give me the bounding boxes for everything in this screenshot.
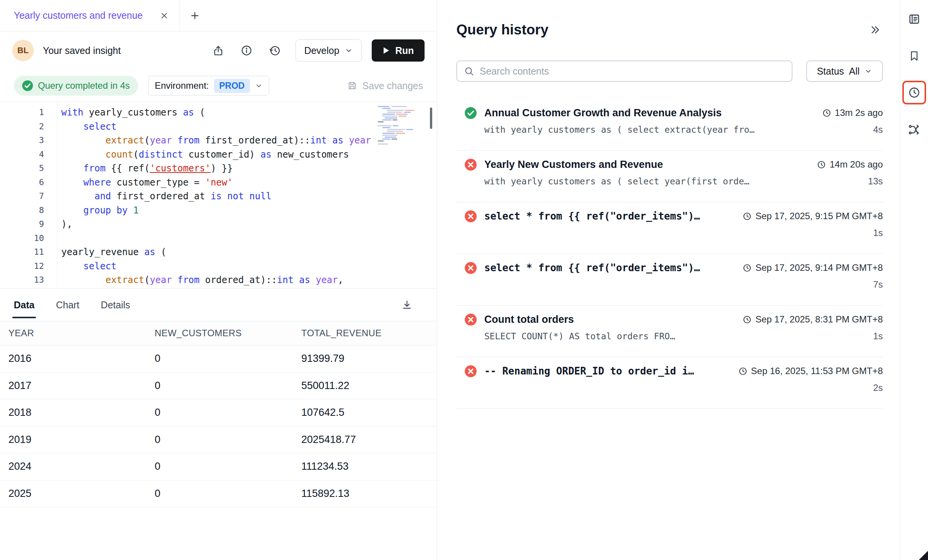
table-row[interactable]: 2016091399.79 xyxy=(0,345,437,373)
document-header: BL Your saved insight Develop Run xyxy=(0,31,437,70)
query-title: Annual Customer Growth and Revenue Analy… xyxy=(484,107,815,119)
avatar: BL xyxy=(12,40,34,61)
version-history-icon[interactable] xyxy=(266,41,284,60)
line-number: 12 xyxy=(0,259,57,273)
query-history-item[interactable]: select * from {{ ref("order_items")…Sep … xyxy=(456,202,883,254)
environment-selector[interactable]: Environment: PROD xyxy=(148,76,269,96)
table-cell: 2017 xyxy=(8,380,155,392)
success-icon xyxy=(22,80,33,91)
table-row[interactable]: 20250115892.13 xyxy=(0,480,437,508)
search-box[interactable] xyxy=(456,60,792,82)
query-queue-icon[interactable] xyxy=(907,11,922,27)
query-duration: 7s xyxy=(873,279,883,290)
query-time: Sep 17, 2025, 9:14 PM GMT+8 xyxy=(743,262,883,273)
table-cell: 111234.53 xyxy=(301,461,437,472)
success-status-icon xyxy=(465,107,477,119)
tab-title: Yearly customers and revenue xyxy=(14,10,160,21)
new-tab-button[interactable] xyxy=(180,0,210,31)
query-duration: 1s xyxy=(873,331,883,342)
error-icon xyxy=(465,159,477,171)
result-tab-data[interactable]: Data xyxy=(14,289,34,321)
query-duration: 4s xyxy=(873,124,883,135)
table-row[interactable]: 20170550011.22 xyxy=(0,373,437,400)
line-number: 11 xyxy=(0,245,57,259)
error-status-icon xyxy=(465,262,477,274)
play-icon xyxy=(382,46,390,55)
table-cell: 2025 xyxy=(8,488,155,500)
column-header: NEW_CUSTOMERS xyxy=(155,328,301,339)
error-icon xyxy=(465,365,477,377)
table-cell: 2019 xyxy=(8,434,155,446)
table-row[interactable]: 20180107642.5 xyxy=(0,399,437,427)
error-status-icon xyxy=(465,314,477,326)
table-cell: 0 xyxy=(155,380,301,392)
editor-minimap[interactable] xyxy=(378,105,418,156)
error-icon xyxy=(465,314,477,326)
bookmark-icon[interactable] xyxy=(907,48,922,63)
code-line[interactable]: extract(year from ordered_at)::int as ye… xyxy=(61,273,437,287)
search-icon xyxy=(464,66,474,77)
clock-icon xyxy=(822,109,831,117)
share-icon[interactable] xyxy=(209,41,227,60)
query-time: 13m 2s ago xyxy=(822,107,883,118)
editor-scrollbar[interactable] xyxy=(430,107,432,129)
query-history-icon[interactable] xyxy=(907,85,922,100)
code-line[interactable]: group by 1 xyxy=(61,203,437,218)
query-duration: 13s xyxy=(868,176,883,187)
query-snippet: with yearly_customers as ( select extrac… xyxy=(484,125,866,135)
query-time: Sep 17, 2025, 8:31 PM GMT+8 xyxy=(743,314,883,325)
query-history-panel: Query history Status All Annual Customer… xyxy=(438,0,900,560)
run-button[interactable]: Run xyxy=(372,39,425,62)
line-number: 7 xyxy=(0,189,57,203)
line-number: 8 xyxy=(0,203,57,218)
result-tab-details[interactable]: Details xyxy=(101,289,130,321)
query-history-item[interactable]: Annual Customer Growth and Revenue Analy… xyxy=(456,99,883,151)
status-filter-button[interactable]: Status All xyxy=(806,60,883,82)
code-line[interactable]: yearly_revenue as ( xyxy=(61,245,437,259)
table-cell: 0 xyxy=(155,488,301,500)
table-cell: 550011.22 xyxy=(301,380,437,392)
code-line[interactable] xyxy=(61,231,437,246)
chevron-down-icon xyxy=(345,46,353,55)
query-title: select * from {{ ref("order_items")… xyxy=(484,262,735,273)
tab-yearly-customers-and-revenue[interactable]: Yearly customers and revenue xyxy=(0,0,180,31)
code-line[interactable]: and first_ordered_at is not null xyxy=(61,189,437,203)
table-cell: 107642.5 xyxy=(301,407,437,418)
code-line[interactable]: select xyxy=(61,259,437,273)
code-line[interactable]: ), xyxy=(61,217,437,231)
table-cell: 2024 xyxy=(8,461,155,472)
result-tabs: DataChartDetails xyxy=(0,288,437,321)
result-tab-chart[interactable]: Chart xyxy=(56,289,79,321)
save-changes-label: Save changes xyxy=(363,80,423,91)
collapse-panel-icon[interactable] xyxy=(868,22,883,37)
clock-icon xyxy=(738,367,747,376)
chevron-down-icon xyxy=(255,82,263,90)
info-icon[interactable] xyxy=(237,41,256,60)
query-title: select * from {{ ref("order_items")… xyxy=(484,210,735,222)
code-line[interactable]: where customer_type = 'new' xyxy=(61,176,437,190)
table-cell: 91399.79 xyxy=(301,353,437,365)
save-changes-button[interactable]: Save changes xyxy=(347,80,423,91)
table-row[interactable]: 201902025418.77 xyxy=(0,427,437,454)
save-icon xyxy=(347,80,358,91)
line-number: 2 xyxy=(0,120,57,134)
run-label: Run xyxy=(395,45,414,56)
tab-close-icon[interactable] xyxy=(160,11,169,20)
query-history-item[interactable]: Count total ordersSep 17, 2025, 8:31 PM … xyxy=(456,306,883,357)
table-cell: 0 xyxy=(155,353,301,365)
code-line[interactable]: from {{ ref('customers') }} xyxy=(61,161,437,176)
lineage-icon[interactable] xyxy=(907,122,922,137)
download-icon[interactable] xyxy=(399,296,415,313)
sql-editor[interactable]: 12345678910111213 with yearly_customers … xyxy=(0,102,437,288)
query-time: 14m 20s ago xyxy=(817,159,883,170)
query-history-item[interactable]: Yearly New Customers and Revenue14m 20s … xyxy=(456,151,883,202)
table-row[interactable]: 20240111234.53 xyxy=(0,453,437,480)
develop-button[interactable]: Develop xyxy=(296,39,362,62)
query-history-item[interactable]: select * from {{ ref("order_items")…Sep … xyxy=(456,254,883,306)
completed-text: Query completed in 4s xyxy=(38,80,130,91)
query-title: Yearly New Customers and Revenue xyxy=(484,159,809,171)
query-history-item[interactable]: -- Renaming ORDER_ID to order_id i…Sep 1… xyxy=(456,357,883,409)
error-icon xyxy=(465,262,477,274)
search-input[interactable] xyxy=(480,66,785,77)
environment-value-badge: PROD xyxy=(214,79,250,93)
